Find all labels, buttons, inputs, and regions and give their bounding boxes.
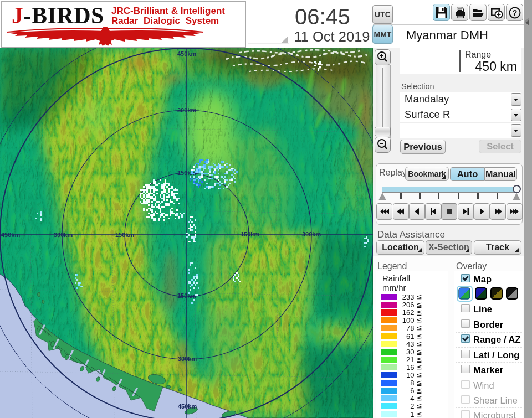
svg-text:300km: 300km: [54, 231, 73, 238]
svg-text:300km: 300km: [177, 107, 196, 113]
svg-text:150km: 150km: [177, 292, 196, 299]
svg-text:450km: 450km: [178, 403, 197, 410]
svg-text:?: ?: [513, 8, 518, 17]
svg-text:450km: 450km: [1, 231, 20, 238]
svg-text:150km: 150km: [115, 231, 134, 238]
svg-text:300km: 300km: [302, 231, 321, 238]
svg-text:150km: 150km: [241, 231, 259, 238]
svg-text:300km: 300km: [178, 355, 197, 362]
svg-text:450km: 450km: [177, 50, 196, 57]
